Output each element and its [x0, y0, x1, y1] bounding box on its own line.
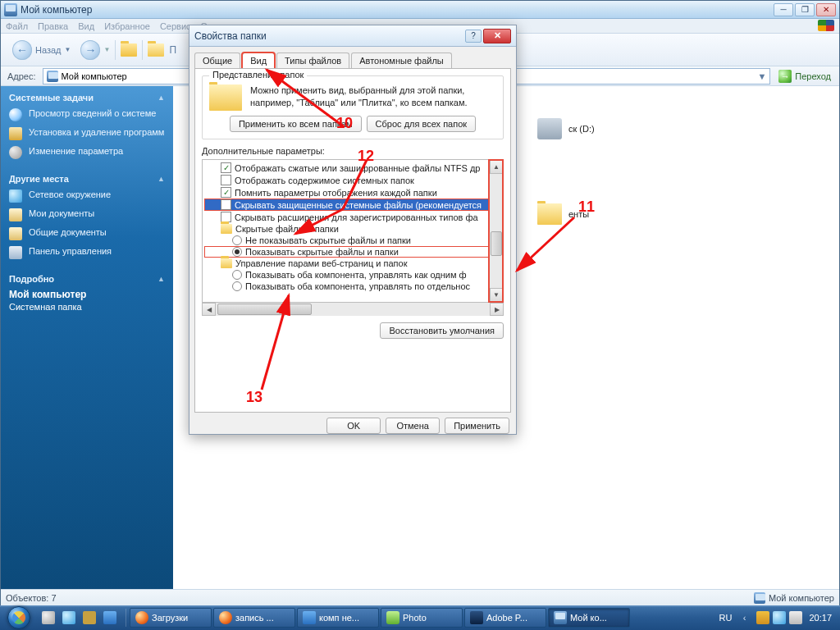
chevron-up-icon[interactable]: ▲: [158, 94, 165, 102]
help-button[interactable]: ?: [465, 30, 482, 43]
go-button[interactable]: → Переход: [774, 68, 836, 84]
ql-item[interactable]: [60, 609, 78, 627]
tree-item[interactable]: Скрывать расширения для зарегистрированн…: [204, 211, 489, 223]
scroll-thumb[interactable]: [491, 231, 502, 256]
scroll-right-button[interactable]: ▶: [490, 303, 504, 316]
scroll-left-button[interactable]: ◀: [202, 303, 216, 316]
dialog-titlebar[interactable]: Свойства папки ? ✕: [189, 25, 516, 47]
ql-item[interactable]: [101, 609, 119, 627]
folder-icon: [221, 224, 232, 234]
radio-icon[interactable]: [232, 270, 242, 280]
apply-button[interactable]: Применить: [445, 418, 509, 434]
go-arrow-icon: →: [778, 70, 792, 83]
scroll-track[interactable]: [490, 174, 503, 288]
sidebar-item-mydocs[interactable]: Мои документы: [9, 208, 165, 221]
back-button[interactable]: ← Назад ▼: [6, 38, 77, 62]
taskbar-task[interactable]: запись ...: [213, 608, 295, 628]
tree-item[interactable]: Не показывать скрытые файлы и папки: [204, 235, 489, 246]
menu-view[interactable]: Вид: [78, 21, 94, 31]
tree-item[interactable]: ✓Помнить параметры отображения каждой па…: [204, 186, 489, 199]
taskbar-task[interactable]: Загрузки: [130, 608, 212, 628]
start-button[interactable]: [3, 605, 34, 630]
control-panel-icon: [9, 246, 22, 259]
restore-defaults-button[interactable]: Восстановить умолчания: [380, 322, 504, 339]
quick-launch: [39, 609, 119, 627]
tree-item[interactable]: Скрывать защищенные системные файлы (рек…: [204, 199, 489, 211]
sidebar-item-setting[interactable]: Изменение параметра: [9, 145, 165, 159]
advanced-label: Дополнительные параметры:: [202, 146, 504, 156]
tray-expand-icon[interactable]: ‹: [738, 611, 750, 624]
tab-filetypes[interactable]: Типы файлов: [276, 52, 349, 69]
ql-show-desktop[interactable]: [39, 609, 57, 627]
chevron-up-icon[interactable]: ▲: [158, 275, 165, 283]
tree-item[interactable]: Управление парами веб-страниц и папок: [204, 258, 489, 269]
sidebar-item-addremove[interactable]: Установка и удаление программ: [9, 126, 165, 140]
up-folder-icon[interactable]: [121, 43, 137, 57]
close-button[interactable]: ✕: [816, 3, 836, 16]
menu-fav[interactable]: Избранное: [104, 21, 150, 31]
sidebar-places: Другие места▲ Сетевое окружение Мои доку…: [6, 172, 168, 261]
security-icon[interactable]: [756, 611, 769, 624]
sidebar-item-network[interactable]: Сетевое окружение: [9, 189, 165, 203]
sidebar-item-sysinfo[interactable]: Просмотр сведений о системе: [9, 107, 165, 121]
sidebar-item-cpl[interactable]: Панель управления: [9, 245, 165, 259]
radio-icon[interactable]: [232, 247, 242, 257]
tab-strip: Общие Вид Типы файлов Автономные файлы: [189, 47, 516, 68]
dropdown-icon[interactable]: ▼: [757, 71, 766, 81]
taskbar-task[interactable]: Мой ко...: [548, 608, 630, 628]
volume-icon[interactable]: [789, 611, 802, 624]
ql-item[interactable]: [80, 609, 98, 627]
scroll-thumb[interactable]: [217, 304, 312, 315]
apply-all-button[interactable]: Применить ко всем папкам: [230, 116, 362, 132]
tree-item[interactable]: Показывать оба компонента, управлять как…: [204, 269, 489, 281]
taskbar-task[interactable]: Photo: [381, 608, 463, 628]
titlebar[interactable]: Мой компьютер ─ ❐ ✕: [1, 1, 839, 19]
tree-item[interactable]: Отображать содержимое системных папок: [204, 174, 489, 186]
search-button[interactable]: [148, 43, 164, 57]
taskbar-task[interactable]: комп не...: [297, 608, 379, 628]
dialog-close-button[interactable]: ✕: [483, 29, 511, 43]
language-indicator[interactable]: RU: [719, 613, 733, 623]
cancel-button[interactable]: Отмена: [386, 418, 440, 434]
tree-item[interactable]: ✓Отображать сжатые или зашифрованные фай…: [204, 162, 489, 174]
maximize-button[interactable]: ❐: [795, 3, 815, 16]
ok-button[interactable]: OK: [326, 418, 381, 434]
checkbox-icon[interactable]: ✓: [221, 162, 231, 173]
tab-view[interactable]: Вид: [242, 52, 275, 69]
computer-icon: [47, 71, 58, 82]
checkbox-icon[interactable]: [221, 199, 231, 210]
reset-all-button[interactable]: Сброс для всех папок: [367, 116, 477, 132]
tree-item[interactable]: Скрытые файлы и папки: [204, 223, 489, 235]
tab-general[interactable]: Общие: [194, 52, 240, 69]
radio-icon[interactable]: [232, 235, 242, 245]
network-tray-icon[interactable]: [773, 611, 786, 624]
forward-button[interactable]: →: [80, 40, 100, 60]
tab-offline[interactable]: Автономные файлы: [351, 52, 452, 69]
computer-icon: [4, 3, 17, 16]
folder-icon: [9, 227, 22, 240]
menu-edit[interactable]: Правка: [38, 21, 68, 31]
checkbox-icon[interactable]: ✓: [221, 187, 231, 198]
address-label: Адрес:: [7, 71, 36, 81]
menu-file[interactable]: Файл: [6, 21, 28, 31]
app-icon: [219, 611, 232, 624]
gear-icon: [9, 146, 22, 159]
folder-icon: [9, 208, 22, 221]
tree-item[interactable]: Показывать скрытые файлы и папки: [204, 246, 489, 258]
radio-icon[interactable]: [232, 281, 242, 291]
taskbar-task[interactable]: Adobe P...: [464, 608, 546, 628]
minimize-button[interactable]: ─: [774, 3, 793, 16]
tree-item[interactable]: Показывать оба компонента, управлять по …: [204, 281, 489, 292]
clock[interactable]: 20:17: [809, 613, 832, 623]
folder-icon: [537, 203, 562, 225]
scroll-up-button[interactable]: ▲: [490, 160, 503, 174]
chevron-up-icon[interactable]: ▲: [158, 175, 165, 183]
taskbar: Загрузкизапись ...комп не...PhotoAdobe P…: [0, 605, 840, 630]
sidebar-item-shared[interactable]: Общие документы: [9, 226, 165, 240]
menu-tools[interactable]: Сервис: [160, 21, 191, 31]
tree-hscrollbar[interactable]: ◀ ▶: [202, 302, 504, 316]
dialog-title: Свойства папки: [194, 30, 465, 42]
scroll-down-button[interactable]: ▼: [490, 288, 503, 302]
tree-vscrollbar[interactable]: ▲ ▼: [489, 160, 503, 302]
checkbox-icon[interactable]: [221, 175, 231, 185]
